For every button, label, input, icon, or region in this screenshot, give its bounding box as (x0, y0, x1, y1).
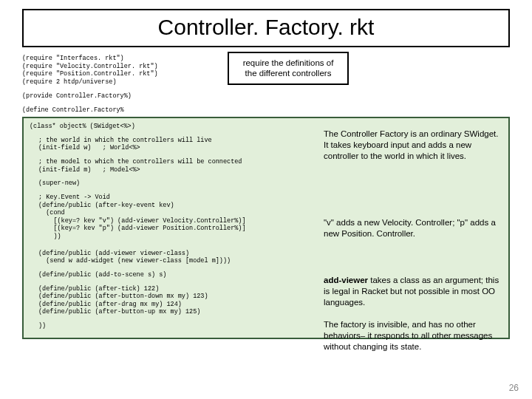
note-addviewer: add-viewer takes a class as an argument;… (324, 275, 501, 308)
content-area: (require "Interfaces. rkt") (require "Ve… (22, 55, 510, 339)
page-number: 26 (509, 383, 519, 393)
note-keys: "v" adds a new Velocity. Controller; "p"… (324, 217, 501, 239)
note-requires: require the definitions of the different… (228, 52, 349, 85)
slide-title: Controller. Factory. rkt (22, 9, 510, 47)
code-define-open: (define Controller.Factory% (22, 106, 510, 115)
code-super-new: (super-new) (38, 180, 502, 188)
code-provide: (provide Controller.Factory%) (22, 92, 510, 100)
note-factory: The Controller Factory is an ordinary SW… (324, 129, 501, 162)
code-add-viewer: (define/public (add-viewer viewer-class)… (38, 250, 502, 265)
note-addviewer-bold: add-viewer (324, 276, 368, 284)
note-invisible: The factory is invisible, and has no oth… (324, 319, 501, 352)
code-requires: (require "Interfaces. rkt") (require "Ve… (22, 55, 158, 86)
